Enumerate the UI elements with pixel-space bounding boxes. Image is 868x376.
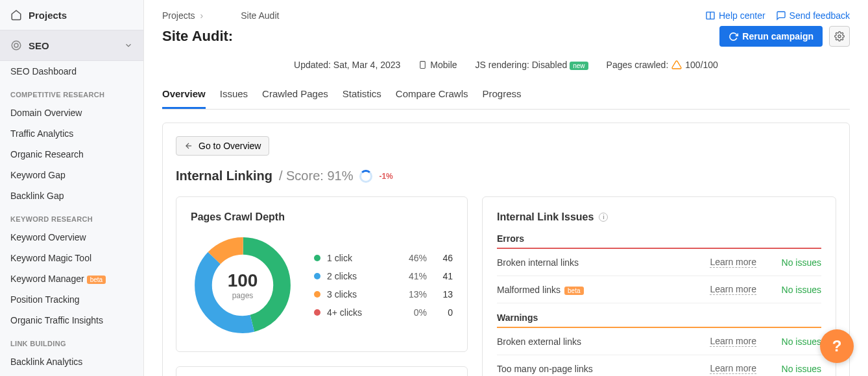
legend-row[interactable]: 2 clicks 41% 41 — [314, 267, 453, 285]
donut-center-label: pages — [228, 291, 258, 300]
sidebar-item[interactable]: Domain Overview — [0, 102, 143, 123]
issue-row: Malformed linksbeta Learn more No issues — [497, 276, 821, 303]
svg-point-0 — [12, 41, 21, 50]
new-badge: new — [570, 62, 588, 70]
card-title: Internal Link Issues i — [497, 211, 821, 223]
sidebar-item[interactable]: Organic Traffic Insights — [0, 310, 143, 331]
sidebar-group: KEYWORD RESEARCH — [0, 206, 143, 227]
tab-statistics[interactable]: Statistics — [343, 83, 381, 109]
sidebar-item[interactable]: Backlink Analytics — [0, 351, 143, 372]
internal-links-card: Internal Links i — [176, 366, 468, 376]
sidebar-item[interactable]: Keyword Magic Tool — [0, 248, 143, 268]
send-feedback-link[interactable]: Send feedback — [776, 10, 850, 21]
beta-badge: beta — [87, 276, 106, 284]
learn-more-link[interactable]: Learn more — [710, 257, 756, 268]
settings-button[interactable] — [829, 26, 850, 47]
warnings-heading: Warnings — [497, 312, 821, 323]
info-icon[interactable]: i — [599, 213, 608, 222]
issue-status: No issues — [756, 336, 821, 347]
sidebar-item[interactable]: Keyword Managerbeta — [0, 268, 143, 289]
sidebar-item[interactable]: Backlink Gap — [0, 185, 143, 206]
chevron-right-icon: › — [200, 10, 204, 21]
card-title: Pages Crawl Depth — [191, 211, 453, 223]
sidebar-item[interactable]: Organic Research — [0, 144, 143, 165]
help-fab-button[interactable]: ? — [820, 329, 854, 363]
chevron-down-icon — [124, 41, 133, 50]
learn-more-link[interactable]: Learn more — [710, 284, 756, 295]
errors-heading: Errors — [497, 233, 821, 244]
tab-crawled-pages[interactable]: Crawled Pages — [262, 83, 328, 109]
internal-link-issues-card: Internal Link Issues i Errors Broken int… — [482, 196, 836, 376]
issue-status: No issues — [756, 285, 821, 295]
breadcrumb-current: Site Audit — [241, 10, 279, 21]
tab-issues[interactable]: Issues — [220, 83, 248, 109]
crawl-depth-card: Pages Crawl Depth 100 pages — [176, 196, 468, 352]
tabs: Overview Issues Crawled Pages Statistics… — [162, 83, 850, 110]
svg-rect-5 — [420, 62, 426, 69]
legend-row[interactable]: 1 click 46% 46 — [314, 249, 453, 267]
target-icon — [10, 40, 22, 51]
go-to-overview-button[interactable]: Go to Overview — [176, 136, 269, 156]
page-title: Site Audit: — [162, 28, 233, 45]
learn-more-link[interactable]: Learn more — [710, 363, 756, 374]
issue-row: Broken internal links Learn more No issu… — [497, 249, 821, 276]
legend-dot — [314, 309, 320, 316]
svg-point-1 — [14, 43, 18, 47]
issue-status: No issues — [756, 364, 821, 374]
tab-overview[interactable]: Overview — [162, 83, 206, 109]
donut-center-number: 100 — [228, 270, 258, 291]
breadcrumb-root[interactable]: Projects — [162, 10, 195, 21]
sidebar-group: COMPETITIVE RESEARCH — [0, 82, 143, 102]
sidebar-group: LINK BUILDING — [0, 331, 143, 351]
home-icon — [10, 9, 22, 21]
warning-icon — [671, 60, 682, 70]
meta-row: Updated: Sat, Mar 4, 2023 Mobile JS rend… — [162, 60, 850, 70]
score-delta: -1% — [379, 172, 392, 181]
tab-compare-crawls[interactable]: Compare Crawls — [396, 83, 468, 109]
legend-row[interactable]: 4+ clicks 0% 0 — [314, 303, 453, 322]
section-title: Internal Linking / Score: 91% -1% — [176, 169, 836, 183]
sidebar-seo-label: SEO — [29, 40, 49, 51]
help-center-link[interactable]: Help center — [705, 10, 766, 21]
svg-point-4 — [838, 35, 841, 38]
sidebar-item[interactable]: Backlink Audit — [0, 372, 143, 376]
issue-status: No issues — [756, 257, 821, 268]
mobile-icon — [418, 60, 427, 70]
sidebar-item-seo-dashboard[interactable]: SEO Dashboard — [0, 61, 143, 82]
learn-more-link[interactable]: Learn more — [710, 336, 756, 347]
sidebar: Projects SEO SEO Dashboard COMPETITIVE R… — [0, 0, 144, 376]
gear-icon — [834, 31, 845, 41]
chat-icon — [776, 10, 786, 21]
sidebar-projects-label: Projects — [29, 10, 67, 21]
issue-row: Broken external links Learn more No issu… — [497, 328, 821, 355]
rerun-campaign-button[interactable]: Rerun campaign — [719, 26, 823, 47]
top-actions: Help center Send feedback — [705, 10, 850, 21]
legend-dot — [314, 255, 320, 261]
donut-chart: 100 pages — [191, 233, 295, 337]
sidebar-item-seo[interactable]: SEO — [0, 30, 143, 61]
sidebar-item[interactable]: Traffic Analytics — [0, 123, 143, 144]
sidebar-item-projects[interactable]: Projects — [0, 0, 143, 30]
sidebar-item[interactable]: Keyword Gap — [0, 165, 143, 185]
legend-row[interactable]: 3 clicks 13% 13 — [314, 285, 453, 303]
tab-progress[interactable]: Progress — [483, 83, 522, 109]
beta-badge: beta — [564, 287, 583, 295]
book-icon — [705, 10, 716, 21]
legend: 1 click 46% 46 2 clicks 41% 41 — [314, 249, 453, 322]
main: Help center Send feedback Projects › Sit… — [144, 0, 868, 376]
legend-dot — [314, 273, 320, 279]
sidebar-item[interactable]: Keyword Overview — [0, 227, 143, 248]
refresh-icon — [729, 32, 738, 41]
spinner-icon — [359, 170, 372, 183]
issue-row: Too many on-page links Learn more No iss… — [497, 355, 821, 376]
sidebar-item[interactable]: Position Tracking — [0, 289, 143, 310]
arrow-left-icon — [184, 141, 193, 150]
legend-dot — [314, 291, 320, 298]
